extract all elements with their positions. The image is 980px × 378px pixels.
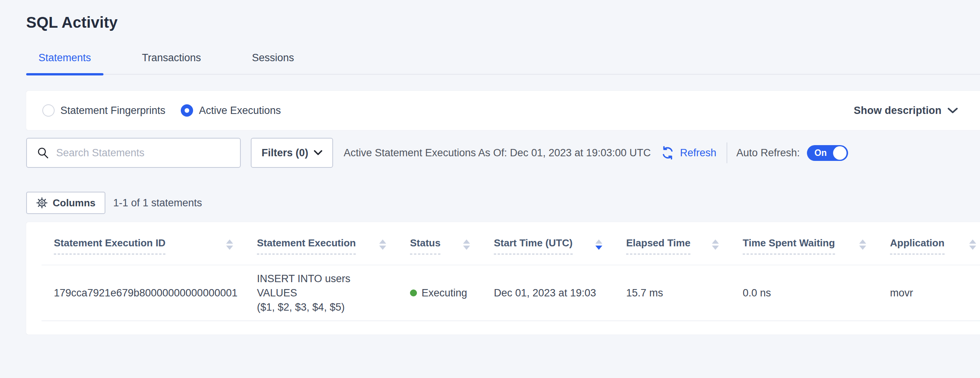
chevron-down-icon xyxy=(308,150,322,156)
cell-start-time: Dec 01, 2023 at 19:03 xyxy=(482,287,614,299)
filters-button[interactable]: Filters (0) xyxy=(251,138,333,168)
sql-activity-page: SQL Activity Statements Transactions Ses… xyxy=(0,0,980,335)
table-header-row: Statement Execution ID Statement Executi… xyxy=(42,222,980,265)
refresh-button[interactable]: Refresh xyxy=(660,145,717,161)
refresh-icon[interactable] xyxy=(660,145,675,161)
chevron-down-icon xyxy=(942,107,958,114)
column-header-elapsed-time[interactable]: Elapsed Time xyxy=(614,222,730,265)
radio-circle-icon[interactable] xyxy=(42,104,55,117)
sort-arrows-icon[interactable] xyxy=(852,239,866,250)
cell-statement-execution[interactable]: INSERT INTO users VALUES ($1, $2, $3, $4… xyxy=(245,272,398,314)
column-header-statement-execution-id[interactable]: Statement Execution ID xyxy=(42,222,245,265)
column-header-start-time[interactable]: Start Time (UTC) xyxy=(482,222,614,265)
search-box[interactable] xyxy=(26,138,241,168)
sort-arrows-icon[interactable] xyxy=(704,239,719,250)
sort-arrows-icon[interactable] xyxy=(455,239,470,250)
cell-statement-execution-id[interactable]: 179cca7921e679b80000000000000001 xyxy=(42,287,245,299)
vertical-divider xyxy=(727,142,727,163)
tab-transactions[interactable]: Transactions xyxy=(130,52,213,75)
table-row: 179cca7921e679b80000000000000001 INSERT … xyxy=(42,265,980,321)
radio-circle-icon[interactable] xyxy=(181,104,193,117)
tab-statements[interactable]: Statements xyxy=(26,52,103,75)
sort-arrows-icon[interactable] xyxy=(962,239,976,250)
toggle-state-label: On xyxy=(815,148,827,158)
cell-time-spent-waiting: 0.0 ns xyxy=(730,287,878,299)
column-header-application[interactable]: Application xyxy=(878,222,980,265)
show-description-button[interactable]: Show description xyxy=(854,105,958,117)
as-of-timestamp: Active Statement Executions As Of: Dec 0… xyxy=(344,147,651,159)
controls-row: Filters (0) Active Statement Executions … xyxy=(26,138,980,168)
columns-label[interactable]: Columns xyxy=(53,197,95,209)
column-header-status[interactable]: Status xyxy=(398,222,482,265)
radio-label[interactable]: Statement Fingerprints xyxy=(60,105,165,117)
sort-arrows-icon[interactable] xyxy=(372,239,386,250)
column-header-statement-execution[interactable]: Statement Execution xyxy=(245,222,398,265)
search-input[interactable] xyxy=(56,147,232,159)
radio-active-executions[interactable]: Active Executions xyxy=(181,104,281,117)
cell-elapsed-time: 15.7 ms xyxy=(614,287,730,299)
show-description-label[interactable]: Show description xyxy=(854,105,942,117)
radio-statement-fingerprints[interactable]: Statement Fingerprints xyxy=(42,104,165,117)
auto-refresh-toggle[interactable]: On xyxy=(807,145,848,161)
status-dot-icon xyxy=(410,289,417,296)
sort-arrows-icon[interactable] xyxy=(588,239,602,250)
result-count: 1-1 of 1 statements xyxy=(113,197,202,209)
tab-bar: Statements Transactions Sessions xyxy=(0,52,980,75)
filters-label[interactable]: Filters (0) xyxy=(262,147,308,159)
table-toolbar: Columns 1-1 of 1 statements xyxy=(26,192,980,214)
radio-label[interactable]: Active Executions xyxy=(199,105,281,117)
search-icon xyxy=(37,147,49,159)
columns-button[interactable]: Columns xyxy=(26,192,105,214)
sort-arrows-icon[interactable] xyxy=(218,239,233,250)
statements-table: Statement Execution ID Statement Executi… xyxy=(26,222,980,335)
toggle-knob[interactable] xyxy=(833,146,847,160)
cell-application: movr xyxy=(878,287,980,299)
status-text: Executing xyxy=(422,287,467,299)
tab-sessions[interactable]: Sessions xyxy=(240,52,307,75)
page-title: SQL Activity xyxy=(26,14,980,31)
refresh-label[interactable]: Refresh xyxy=(680,147,717,159)
column-header-time-spent-waiting[interactable]: Time Spent Waiting xyxy=(730,222,878,265)
view-mode-card: Statement Fingerprints Active Executions… xyxy=(26,91,980,130)
auto-refresh-label: Auto Refresh: xyxy=(737,147,800,159)
gear-icon xyxy=(36,197,53,209)
cell-status: Executing xyxy=(398,287,482,299)
